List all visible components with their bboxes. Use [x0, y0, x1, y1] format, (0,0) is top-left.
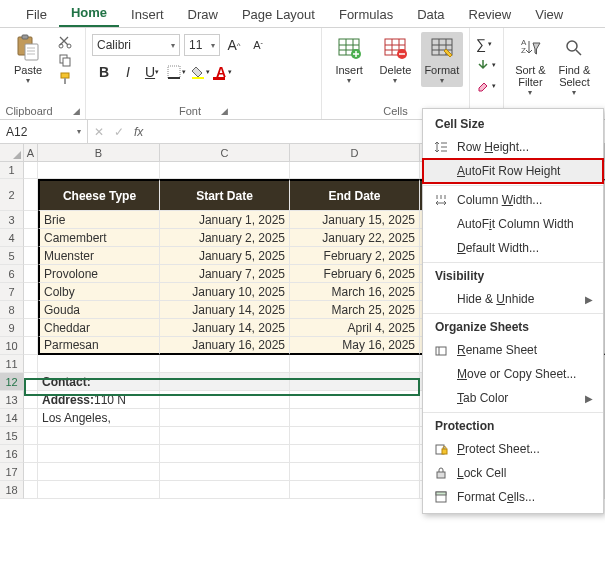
font-color-button[interactable]: A▾	[212, 60, 236, 84]
tab-draw[interactable]: Draw	[176, 2, 230, 27]
row-header-11[interactable]: 11	[0, 355, 24, 373]
cell[interactable]	[24, 265, 38, 283]
cell[interactable]	[38, 162, 160, 179]
cell[interactable]: Address: 110 N	[38, 391, 160, 409]
cell[interactable]: Muenster	[38, 247, 160, 265]
tab-insert[interactable]: Insert	[119, 2, 176, 27]
clipboard-launcher[interactable]: ◢	[73, 106, 80, 116]
cell[interactable]: Contact:	[38, 373, 160, 391]
fx-button[interactable]: fx	[134, 125, 143, 139]
menu-autofit-row-height[interactable]: AutoFit Row Height	[423, 159, 603, 183]
col-header-B[interactable]: B	[38, 144, 160, 162]
find-select-button[interactable]: Find & Select▾	[555, 32, 594, 99]
cell[interactable]: January 5, 2025	[160, 247, 290, 265]
menu-hide-unhide[interactable]: Hide & Unhide▶	[423, 287, 603, 311]
row-header-6[interactable]: 6	[0, 265, 24, 283]
row-header-17[interactable]: 17	[0, 463, 24, 481]
row-header-3[interactable]: 3	[0, 211, 24, 229]
insert-cells-button[interactable]: Insert▾	[328, 32, 370, 87]
tab-view[interactable]: View	[523, 2, 575, 27]
cell[interactable]: Parmesan	[38, 337, 160, 355]
cell[interactable]: Gouda	[38, 301, 160, 319]
tab-page-layout[interactable]: Page Layout	[230, 2, 327, 27]
cell[interactable]	[24, 162, 38, 179]
cell[interactable]	[24, 337, 38, 355]
cell[interactable]	[160, 355, 290, 373]
cell[interactable]	[290, 463, 420, 481]
cell[interactable]: End Date	[290, 179, 420, 211]
cell[interactable]	[290, 427, 420, 445]
menu-move-copy-sheet[interactable]: Move or Copy Sheet...	[423, 362, 603, 386]
cell[interactable]: January 14, 2025	[160, 301, 290, 319]
menu-row-height[interactable]: Row Height...	[423, 135, 603, 159]
menu-format-cells[interactable]: Format Cells...	[423, 485, 603, 509]
menu-autofit-col-width[interactable]: AutoFit Column Width	[423, 212, 603, 236]
font-name-select[interactable]: Calibri▾	[92, 34, 180, 56]
cell[interactable]	[290, 409, 420, 427]
row-header-14[interactable]: 14	[0, 409, 24, 427]
row-header-7[interactable]: 7	[0, 283, 24, 301]
cell[interactable]	[160, 373, 290, 391]
cell[interactable]: May 16, 2025	[290, 337, 420, 355]
cell[interactable]: January 2, 2025	[160, 229, 290, 247]
cell[interactable]	[160, 481, 290, 499]
row-header-16[interactable]: 16	[0, 445, 24, 463]
cell[interactable]: April 4, 2025	[290, 319, 420, 337]
cell[interactable]	[160, 427, 290, 445]
row-header-9[interactable]: 9	[0, 319, 24, 337]
cell[interactable]	[290, 391, 420, 409]
cell[interactable]	[24, 301, 38, 319]
cell[interactable]	[290, 373, 420, 391]
tab-data[interactable]: Data	[405, 2, 456, 27]
autosum-button[interactable]: ∑▾	[476, 34, 496, 54]
row-header-4[interactable]: 4	[0, 229, 24, 247]
cell[interactable]	[160, 445, 290, 463]
cell[interactable]: January 7, 2025	[160, 265, 290, 283]
cell[interactable]: January 14, 2025	[160, 319, 290, 337]
cell[interactable]	[24, 179, 38, 211]
tab-home[interactable]: Home	[59, 0, 119, 27]
cell[interactable]	[160, 463, 290, 481]
increase-font-button[interactable]: A^	[224, 34, 244, 56]
cell[interactable]	[290, 445, 420, 463]
cell[interactable]	[24, 355, 38, 373]
cell[interactable]	[38, 355, 160, 373]
cell[interactable]: Camembert	[38, 229, 160, 247]
tab-review[interactable]: Review	[457, 2, 524, 27]
menu-default-width[interactable]: Default Width...	[423, 236, 603, 260]
cell[interactable]	[24, 463, 38, 481]
row-header-1[interactable]: 1	[0, 162, 24, 179]
cell[interactable]	[24, 229, 38, 247]
row-header-12[interactable]: 12	[0, 373, 24, 391]
menu-tab-color[interactable]: Tab Color▶	[423, 386, 603, 410]
cell[interactable]: February 6, 2025	[290, 265, 420, 283]
cell[interactable]: January 22, 2025	[290, 229, 420, 247]
cell[interactable]: March 16, 2025	[290, 283, 420, 301]
cell[interactable]	[24, 445, 38, 463]
row-header-18[interactable]: 18	[0, 481, 24, 499]
cell[interactable]	[160, 391, 290, 409]
cell[interactable]	[160, 409, 290, 427]
cell[interactable]	[24, 391, 38, 409]
menu-column-width[interactable]: Column Width...	[423, 188, 603, 212]
cell[interactable]	[24, 247, 38, 265]
cell[interactable]: January 10, 2025	[160, 283, 290, 301]
cell[interactable]	[24, 373, 38, 391]
font-size-select[interactable]: 11▾	[184, 34, 220, 56]
tab-file[interactable]: File	[14, 2, 59, 27]
cell[interactable]	[24, 481, 38, 499]
cell[interactable]	[38, 427, 160, 445]
name-box[interactable]: A12▾	[0, 120, 88, 143]
row-header-10[interactable]: 10	[0, 337, 24, 355]
underline-button[interactable]: U▾	[140, 60, 164, 84]
cell[interactable]	[290, 162, 420, 179]
copy-button[interactable]	[56, 52, 74, 68]
row-header-13[interactable]: 13	[0, 391, 24, 409]
row-header-2[interactable]: 2	[0, 179, 24, 211]
cell[interactable]: Colby	[38, 283, 160, 301]
col-header-C[interactable]: C	[160, 144, 290, 162]
cell[interactable]: March 25, 2025	[290, 301, 420, 319]
cell[interactable]	[24, 283, 38, 301]
tab-formulas[interactable]: Formulas	[327, 2, 405, 27]
cell[interactable]: Brie	[38, 211, 160, 229]
